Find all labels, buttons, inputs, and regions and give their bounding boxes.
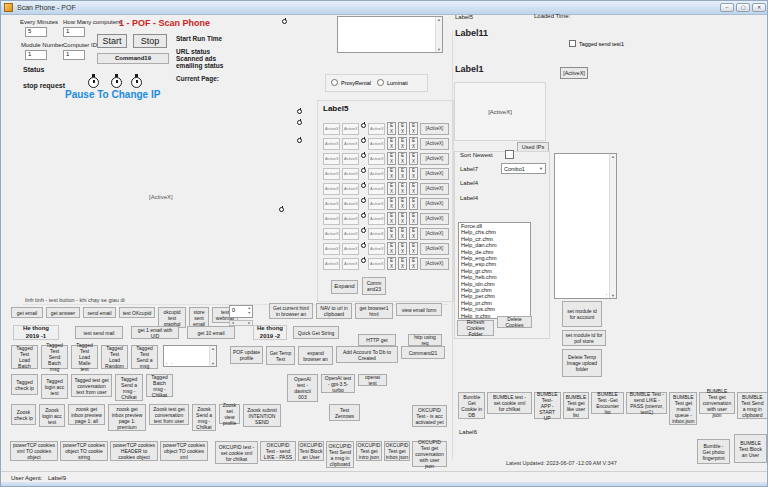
activex-cell[interactable]: ActiveX: [323, 213, 340, 225]
ex-button[interactable]: EX: [409, 122, 418, 135]
set-module-id-pof-button[interactable]: set module id for pof store: [562, 330, 606, 346]
help-files-listbox[interactable]: Force.dllHelp_chs.chmHelp_cz.chmHelp_dan…: [458, 222, 531, 319]
numeric-updown[interactable]: 0 ▲▼: [229, 305, 253, 318]
ex-button[interactable]: EX: [398, 212, 407, 225]
test-button[interactable]: powerTCP cookies object TO cookie string: [60, 441, 108, 461]
right-listbox[interactable]: ▲▼ ›: [554, 153, 617, 299]
test-button[interactable]: OpenAI test - davincii 003: [287, 374, 318, 402]
computer-id-input[interactable]: 1: [63, 50, 85, 60]
scroll-up-icon[interactable]: ▲: [211, 346, 215, 351]
test-button[interactable]: powerTCP cookies HEADER to cookies objec…: [110, 441, 158, 461]
set-module-id-account-button[interactable]: set module id for account: [562, 301, 602, 327]
test-button[interactable]: Zoosk check ip: [11, 404, 36, 425]
stopwatch-icon[interactable]: [88, 77, 99, 88]
bumble-block-user-button[interactable]: BUMBLE Test Block an User: [734, 434, 767, 463]
activex-cell[interactable]: ActiveX: [342, 228, 359, 240]
expand-button[interactable]: Expand: [331, 280, 358, 294]
radio-icon[interactable]: [377, 79, 384, 86]
ex-button[interactable]: EX: [387, 182, 396, 195]
activex-cell[interactable]: ActiveX: [368, 138, 385, 150]
test-button[interactable]: test send mail: [75, 326, 123, 339]
stopwatch-icon[interactable]: [131, 77, 142, 88]
activex-cell[interactable]: ActiveX: [323, 198, 340, 210]
bumble-button[interactable]: BUMBLE Test - send LIKE - PASS (txterror…: [626, 392, 667, 414]
test-button[interactable]: HTTP get: [358, 334, 396, 346]
ex-button[interactable]: EX: [387, 167, 396, 180]
activex-cell[interactable]: ActiveX: [368, 168, 385, 180]
ex-button[interactable]: EX: [387, 197, 396, 210]
activex-row-button[interactable]: [ActiveX]: [420, 138, 449, 150]
activex-cell[interactable]: ActiveX: [368, 213, 385, 225]
activex-cell[interactable]: ActiveX: [368, 243, 385, 255]
ex-button[interactable]: EX: [398, 197, 407, 210]
activex-cell[interactable]: ActiveX: [342, 258, 359, 270]
activex-button[interactable]: [ActiveX]: [560, 67, 588, 79]
bumble-button[interactable]: BUMBLE Test get like user list: [563, 392, 589, 419]
activex-cell[interactable]: ActiveX: [368, 183, 385, 195]
combo1-dropdown[interactable]: Combo1 ▼: [501, 163, 546, 174]
ex-button[interactable]: EX: [387, 137, 396, 150]
activex-cell[interactable]: ActiveX: [368, 198, 385, 210]
test-button[interactable]: Zoosk submit INTENTION SEND: [243, 404, 281, 427]
small-listbox[interactable]: ▲▼ ‹ ›: [163, 345, 217, 367]
minimize-button[interactable]: –: [720, 3, 734, 12]
activex-cell[interactable]: ActiveX: [323, 138, 340, 150]
test-button[interactable]: OKCUPID Test - send LIKE - PASS: [260, 441, 296, 461]
activex-cell[interactable]: ActiveX: [368, 123, 385, 135]
test-button[interactable]: OpenAI test - gpt-3.5-turbo: [321, 374, 355, 393]
activex-row-button[interactable]: [ActiveX]: [420, 258, 449, 270]
ex-button[interactable]: EX: [409, 152, 418, 165]
test-button[interactable]: get email: [11, 307, 43, 318]
test-button[interactable]: zoosk get inbox preview page 1: all: [68, 404, 105, 425]
scroll-left-icon[interactable]: ‹ ›: [166, 362, 172, 366]
scroll-right-icon[interactable]: ►: [248, 321, 251, 325]
ex-button[interactable]: EX: [409, 242, 418, 255]
test-button[interactable]: http using req: [408, 334, 442, 346]
test-button[interactable]: Tagged Test Load Random: [101, 345, 128, 369]
scroll-down-icon[interactable]: ▼: [211, 361, 215, 366]
checkbox-icon[interactable]: [569, 40, 576, 47]
activex-cell[interactable]: ActiveX: [323, 183, 340, 195]
ex-button[interactable]: EX: [398, 227, 407, 240]
test-button[interactable]: get 1 email with UID: [131, 326, 179, 339]
test-button[interactable]: Add Account To Db to Created: [336, 346, 398, 363]
test-button[interactable]: Tagged Test Send Batch msg: [41, 345, 68, 369]
bumble-button[interactable]: BUMBLE Test -Get Encounter list: [591, 392, 624, 414]
activex-cell[interactable]: ActiveX: [323, 228, 340, 240]
command23-button[interactable]: Comm and23: [362, 277, 386, 295]
test-button[interactable]: OKCUPID Test get inbox json: [384, 441, 410, 461]
how-many-computers-input[interactable]: 1: [63, 27, 85, 37]
chevron-down-icon[interactable]: ▼: [539, 166, 543, 171]
bumble-button[interactable]: BUMBLE Test Send a msg in clipboard: [737, 392, 768, 419]
proxy-rental-option[interactable]: ProxyRental: [331, 79, 371, 86]
activex-cell[interactable]: ActiveX: [323, 123, 340, 135]
start-button[interactable]: Start: [97, 34, 127, 48]
scrollbar[interactable]: ▲▼: [435, 17, 442, 52]
test-button[interactable]: Tagged Batch msg - Chilkat: [146, 374, 173, 397]
scrollbar[interactable]: ▲▼: [609, 154, 616, 298]
activex-cell[interactable]: ActiveX: [368, 228, 385, 240]
activex-row-button[interactable]: [ActiveX]: [420, 153, 449, 165]
test-button[interactable]: view email form: [396, 303, 442, 316]
activex-cell[interactable]: ActiveX: [368, 153, 385, 165]
bumble-button[interactable]: Bumble Get Cookie in DB: [458, 392, 485, 419]
activex-cell[interactable]: ActiveX: [342, 153, 359, 165]
ex-button[interactable]: EX: [409, 257, 418, 270]
bumble-button[interactable]: BUMBLE test - set cookie xml for chilkat: [487, 392, 531, 414]
scroll-up-icon[interactable]: ▲: [437, 17, 441, 22]
activex-cell[interactable]: ActiveX: [323, 258, 340, 270]
stop-button[interactable]: Stop: [133, 34, 167, 48]
test-button[interactable]: POF update profile: [230, 346, 263, 364]
test-button[interactable]: get answer: [46, 307, 80, 318]
test-button[interactable]: OKCUPID Test Send a msg in clipboard: [326, 441, 354, 468]
activex-cell[interactable]: ActiveX: [342, 183, 359, 195]
ex-button[interactable]: EX: [387, 152, 396, 165]
test-button[interactable]: Test Zenrows: [329, 404, 360, 421]
test-button[interactable]: Get current html in browser an: [269, 303, 313, 319]
ex-button[interactable]: EX: [387, 122, 396, 135]
ex-button[interactable]: EX: [398, 137, 407, 150]
ex-button[interactable]: EX: [409, 212, 418, 225]
test-button[interactable]: send email: [83, 307, 116, 318]
activex-cell[interactable]: ActiveX: [323, 243, 340, 255]
activex-cell[interactable]: ActiveX: [342, 168, 359, 180]
